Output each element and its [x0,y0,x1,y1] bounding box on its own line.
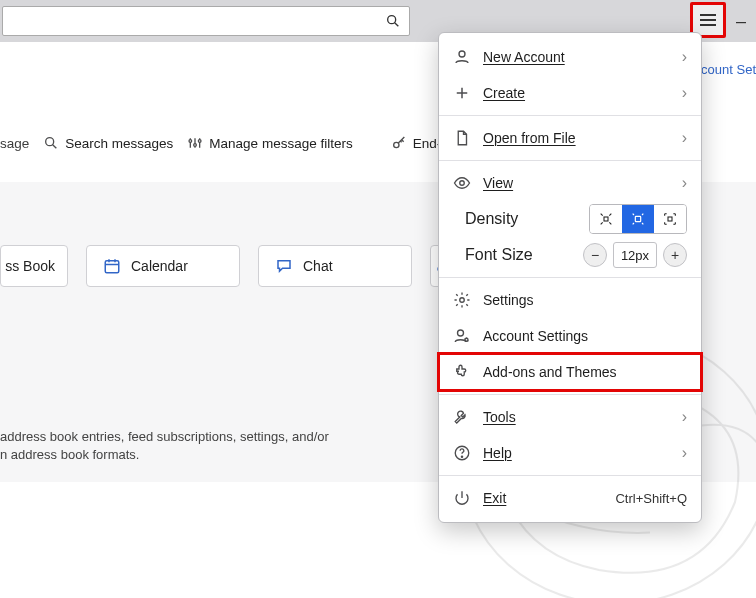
puzzle-icon [453,363,471,381]
svg-line-1 [395,23,399,27]
svg-point-28 [458,330,464,336]
card-address-book[interactable]: ss Book [0,245,68,287]
menu-exit[interactable]: Exit Ctrl+Shift+Q [439,480,701,516]
card-chat[interactable]: Chat [258,245,412,287]
density-toggle [589,204,687,234]
account-icon [453,48,471,66]
density-relaxed[interactable] [654,205,686,233]
svg-rect-26 [668,217,672,221]
hamburger-icon [700,19,716,21]
menu-font-size: Font Size − 12px + [439,237,701,273]
import-description: address book entries, feed subscriptions… [0,428,360,463]
svg-point-7 [189,140,192,143]
filter-icon [187,135,203,151]
svg-line-3 [53,145,57,149]
menu-separator [439,475,701,476]
svg-point-9 [199,140,202,143]
gear-icon [453,291,471,309]
account-settings-icon [453,327,471,345]
search-box[interactable] [2,6,410,36]
svg-point-0 [388,16,396,24]
menu-open-from-file[interactable]: Open from File › [439,120,701,156]
font-size-value: 12px [613,242,657,268]
calendar-icon [103,257,121,275]
key-icon [391,135,407,151]
menu-separator [439,277,701,278]
svg-point-8 [194,144,197,147]
svg-point-17 [459,51,465,57]
plus-icon [453,84,471,102]
menu-new-account[interactable]: New Account › [439,39,701,75]
toolbar-item-message[interactable]: sage [0,136,29,151]
chevron-right-icon: › [682,174,687,192]
menu-account-settings[interactable]: Account Settings [439,318,701,354]
density-compact[interactable] [590,205,622,233]
svg-rect-11 [105,261,119,273]
menu-separator [439,160,701,161]
chevron-right-icon: › [682,408,687,426]
chevron-right-icon: › [682,48,687,66]
wrench-icon [453,408,471,426]
card-calendar[interactable]: Calendar [86,245,240,287]
menu-create[interactable]: Create › [439,75,701,111]
power-icon [453,489,471,507]
search-icon [385,13,401,29]
chevron-right-icon: › [682,444,687,462]
app-menu-panel: New Account › Create › Open from File › … [438,32,702,523]
svg-rect-25 [635,216,640,221]
toolbar-item-manage-filters[interactable]: Manage message filters [187,135,352,151]
menu-addons-themes[interactable]: Add-ons and Themes [439,354,701,390]
chevron-right-icon: › [682,129,687,147]
help-icon [453,444,471,462]
eye-icon [453,174,471,192]
font-size-decrease[interactable]: − [583,243,607,267]
svg-point-27 [460,298,465,303]
menu-separator [439,115,701,116]
menu-help[interactable]: Help › [439,435,701,471]
menu-settings[interactable]: Settings [439,282,701,318]
menu-tools[interactable]: Tools › [439,399,701,435]
search-icon [43,135,59,151]
menu-view[interactable]: View › [439,165,701,201]
svg-point-10 [393,142,398,147]
svg-rect-24 [604,217,608,221]
menu-density: Density [439,201,701,237]
svg-point-31 [461,456,462,457]
chevron-right-icon: › [682,84,687,102]
chat-icon [275,257,293,275]
density-default[interactable] [622,205,654,233]
file-icon [453,129,471,147]
svg-point-20 [460,181,465,186]
menu-separator [439,394,701,395]
toolbar-item-search-messages[interactable]: Search messages [43,135,173,151]
svg-point-2 [46,138,54,146]
font-size-increase[interactable]: + [663,243,687,267]
menu-exit-shortcut: Ctrl+Shift+Q [615,491,687,506]
minimize-button[interactable]: – [726,0,756,42]
